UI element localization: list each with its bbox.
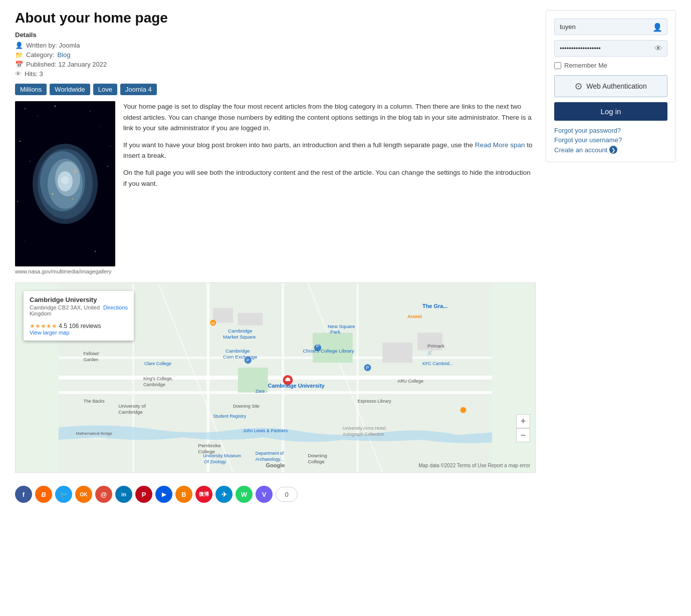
telegram-icon[interactable]: ✈ — [215, 486, 233, 503]
email-icon[interactable]: @ — [95, 486, 112, 503]
svg-text:Mathematical Bridge: Mathematical Bridge — [76, 431, 113, 436]
meta-published: 📅 Published: 12 January 2022 — [15, 61, 536, 68]
meta-author: 👤 Written by: Joomla — [15, 42, 536, 49]
tag-love[interactable]: Love — [93, 84, 117, 95]
tag-joomla4[interactable]: Joomla 4 — [120, 84, 157, 95]
whatsapp-icon[interactable]: W — [236, 486, 253, 503]
eye-toggle-icon[interactable]: 👁 — [654, 44, 662, 53]
linkedin-icon[interactable]: in — [115, 486, 132, 503]
blogger-icon[interactable]: B — [35, 486, 52, 503]
read-more-link[interactable]: Read More span — [475, 141, 525, 149]
folder-icon: 📁 — [15, 51, 23, 59]
svg-text:P: P — [366, 365, 369, 370]
paragraph-1: Your home page is set to display the fou… — [123, 101, 536, 134]
social-bar: f B 🐦 OK @ in P ▶ B 微博 ✈ W V 0 — [15, 481, 536, 508]
tag-millions[interactable]: Millions — [15, 84, 47, 95]
article-body: www.nasa.gov/multimedia/imagegallery You… — [15, 101, 536, 274]
svg-text:University Museum: University Museum — [203, 453, 241, 458]
twitter-icon[interactable]: 🐦 — [55, 486, 72, 503]
login-box: 👤 👁 Remember Me ⊙ Web Authentication Log… — [546, 10, 676, 162]
tag-worldwide[interactable]: Worldwide — [50, 84, 90, 95]
paragraph-2: If you want to have your blog post broke… — [123, 140, 536, 161]
svg-text:Cambridge: Cambridge — [143, 382, 165, 387]
login-button[interactable]: Log in — [554, 102, 667, 121]
meta-hits: 👁 Hits: 3 — [15, 70, 536, 78]
web-auth-label: Web Authentication — [586, 82, 646, 90]
zoom-out-button[interactable]: − — [516, 428, 530, 442]
svg-point-4 — [90, 111, 90, 111]
svg-text:Zara: Zara — [256, 389, 265, 394]
forgot-password-link[interactable]: Forgot your password? — [554, 127, 667, 134]
svg-text:College: College — [308, 459, 325, 464]
pinterest-icon[interactable]: P — [135, 486, 152, 503]
svg-text:Cambridge: Cambridge — [225, 348, 250, 354]
zoom-in-button[interactable]: + — [516, 414, 530, 428]
svg-text:Downing: Downing — [308, 453, 327, 458]
svg-point-20 — [74, 170, 76, 172]
svg-text:🛒: 🛒 — [427, 350, 432, 355]
svg-point-5 — [100, 126, 101, 127]
svg-point-11 — [25, 241, 25, 241]
map-footer-text: Map data ©2022 Terms of Use Report a map… — [418, 463, 530, 468]
social-count: 0 — [276, 487, 298, 502]
svg-text:Aromi: Aromi — [407, 314, 422, 319]
svg-text:The Gra...: The Gra... — [422, 303, 447, 309]
create-account-link[interactable]: Create an account ❯ — [554, 146, 667, 154]
svg-text:University of: University of — [118, 403, 146, 409]
web-auth-icon: ⊙ — [575, 81, 582, 92]
svg-text:Primark: Primark — [427, 343, 444, 349]
svg-point-9 — [107, 166, 108, 167]
viber-icon[interactable]: V — [256, 486, 273, 503]
svg-text:Corn Exchange: Corn Exchange — [223, 354, 258, 360]
map-container[interactable]: Cambridge University University of Cambr… — [15, 282, 536, 473]
username-wrap: 👤 — [554, 19, 667, 35]
svg-point-2 — [37, 116, 38, 116]
svg-point-22 — [72, 198, 73, 199]
svg-point-7 — [110, 146, 110, 146]
svg-point-3 — [55, 106, 56, 107]
map-address: Cambridge CB2 3AX, United Kingdom — [30, 304, 103, 317]
user-input-icon: 👤 — [652, 22, 662, 32]
digg-icon[interactable]: ▶ — [155, 486, 172, 503]
odnoklassniki-icon[interactable]: OK — [75, 486, 92, 503]
svg-text:Of Zoology: Of Zoology — [204, 459, 226, 464]
blogspot-icon[interactable]: B — [175, 486, 192, 503]
username-input[interactable] — [554, 19, 667, 35]
forgot-username-link[interactable]: Forgot your username? — [554, 136, 667, 144]
tags-container: Millions Worldwide Love Joomla 4 — [15, 84, 536, 95]
svg-text:Department of: Department of — [256, 451, 284, 456]
svg-text:Garden: Garden — [84, 357, 99, 362]
svg-text:Downing Site: Downing Site — [233, 404, 260, 409]
web-auth-button[interactable]: ⊙ Web Authentication — [554, 75, 667, 97]
login-links: Forgot your password? Forgot your userna… — [554, 127, 667, 154]
user-icon: 👤 — [15, 42, 23, 49]
image-caption: www.nasa.gov/multimedia/imagegallery — [15, 268, 115, 274]
svg-point-1 — [25, 108, 26, 109]
map-directions-row: Cambridge CB2 3AX, United Kingdom Direct… — [30, 304, 128, 320]
arrow-circle-icon: ❯ — [609, 146, 617, 154]
paragraph-3: On the full page you will see both the i… — [123, 167, 536, 189]
svg-text:Clare College: Clare College — [144, 361, 171, 366]
svg-point-6 — [20, 141, 21, 142]
directions-button[interactable]: Directions — [103, 304, 128, 311]
create-account-text: Create an account — [554, 146, 607, 154]
view-larger-map-link[interactable]: View larger map — [30, 330, 128, 336]
map-place-name: Cambridge University — [30, 296, 128, 303]
password-input[interactable] — [554, 40, 667, 57]
weibo-icon[interactable]: 微博 — [195, 486, 212, 503]
facebook-icon[interactable]: f — [15, 486, 32, 503]
svg-text:John Lewis & Partners: John Lewis & Partners — [243, 428, 288, 433]
image-section: www.nasa.gov/multimedia/imagegallery — [15, 101, 115, 274]
svg-text:The Backs: The Backs — [84, 399, 105, 404]
svg-point-19 — [61, 176, 69, 184]
svg-text:New Square: New Square — [328, 324, 355, 329]
svg-point-8 — [30, 161, 30, 161]
category-link[interactable]: Blog — [57, 51, 70, 59]
remember-me-checkbox[interactable] — [554, 62, 561, 69]
article-title: About your home page — [15, 10, 536, 26]
svg-text:Fellows': Fellows' — [84, 351, 100, 356]
google-logo: Google — [266, 462, 285, 468]
svg-text:Espresso Library: Espresso Library — [358, 399, 392, 404]
calendar-icon: 📅 — [15, 61, 23, 68]
svg-text:Christ's College Library: Christ's College Library — [303, 348, 354, 354]
